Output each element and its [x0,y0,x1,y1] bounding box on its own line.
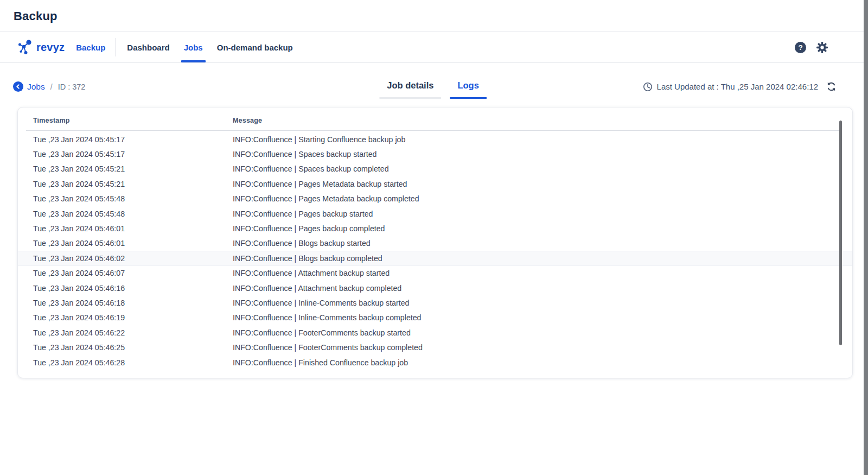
refresh-icon[interactable] [826,81,837,92]
message-cell: INFO:Confluence | Inline-Comments backup… [233,299,837,307]
brand-logo[interactable]: revyz [18,39,65,55]
log-rows: Tue ,23 Jan 2024 05:45:17 INFO:Confluenc… [18,131,852,370]
table-row: Tue ,23 Jan 2024 05:45:48 INFO:Confluenc… [18,206,852,221]
last-updated-text: Last Updated at : Thu ,25 Jan 2024 02:46… [657,82,818,91]
page-title: Backup [0,0,868,31]
timestamp-cell: Tue ,23 Jan 2024 05:46:22 [33,328,233,337]
revyz-molecule-icon [18,39,33,55]
navbar: revyz Backup Dashboard Jobs On-demand ba… [0,32,868,62]
message-cell: INFO:Confluence | Pages Metadata backup … [233,194,837,203]
table-header: Timestamp Message [18,107,852,130]
timestamp-cell: Tue ,23 Jan 2024 05:46:18 [33,299,233,307]
logs-card: Timestamp Message Tue ,23 Jan 2024 05:45… [17,107,853,378]
chevron-left-icon [15,84,21,90]
timestamp-cell: Tue ,23 Jan 2024 05:46:25 [33,343,233,352]
nav-item-dashboard[interactable]: Dashboard [125,32,171,62]
breadcrumb-jobs-link[interactable]: Jobs [27,82,45,92]
table-row: Tue ,23 Jan 2024 05:46:18 INFO:Confluenc… [18,295,852,310]
message-cell: INFO:Confluence | Pages backup completed [233,224,837,233]
table-row: Tue ,23 Jan 2024 05:45:48 INFO:Confluenc… [18,192,852,206]
message-cell: INFO:Confluence | Attachment backup comp… [233,284,837,293]
table-row: Tue ,23 Jan 2024 05:46:16 INFO:Confluenc… [18,281,852,295]
timestamp-cell: Tue ,23 Jan 2024 05:46:01 [33,239,233,248]
table-row: Tue ,23 Jan 2024 05:45:21 INFO:Confluenc… [18,162,852,176]
timestamp-cell: Tue ,23 Jan 2024 05:46:19 [33,313,233,322]
breadcrumb-separator: / [50,83,53,91]
table-row: Tue ,23 Jan 2024 05:46:01 INFO:Confluenc… [18,236,852,251]
timestamp-cell: Tue ,23 Jan 2024 05:46:02 [33,254,233,263]
timestamp-cell: Tue ,23 Jan 2024 05:45:48 [33,210,233,218]
message-cell: INFO:Confluence | Inline-Comments backup… [233,313,837,322]
message-cell: INFO:Confluence | Spaces backup started [233,150,837,159]
table-row: Tue ,23 Jan 2024 05:45:21 INFO:Confluenc… [18,176,852,191]
message-cell: INFO:Confluence | Pages backup started [233,210,837,218]
message-cell: INFO:Confluence | Blogs backup completed [233,254,837,263]
page-scrollbar[interactable] [864,0,868,475]
nav-separator [116,38,116,56]
message-cell: INFO:Confluence | Pages Metadata backup … [233,180,837,188]
tab-logs[interactable]: Logs [450,75,486,98]
timestamp-cell: Tue ,23 Jan 2024 05:46:16 [33,284,233,293]
nav-item-jobs[interactable]: Jobs [182,32,205,62]
timestamp-cell: Tue ,23 Jan 2024 05:46:07 [33,269,233,277]
message-cell: INFO:Confluence | Starting Confluence ba… [233,135,837,144]
nav-item-on-demand-backup[interactable]: On-demand backup [215,32,295,62]
table-row: Tue ,23 Jan 2024 05:46:07 INFO:Confluenc… [18,266,852,281]
breadcrumb: Jobs / ID : 372 [13,81,85,92]
brand-name: revyz [36,41,65,54]
nav-icons: ? [795,42,828,53]
timestamp-cell: Tue ,23 Jan 2024 05:45:48 [33,194,233,203]
table-row: Tue ,23 Jan 2024 05:46:02 INFO:Confluenc… [18,251,852,265]
table-row: Tue ,23 Jan 2024 05:46:22 INFO:Confluenc… [18,325,852,340]
message-cell: INFO:Confluence | Spaces backup complete… [233,164,837,173]
table-row: Tue ,23 Jan 2024 05:46:25 INFO:Confluenc… [18,340,852,354]
message-cell: INFO:Confluence | FooterComments backup … [233,328,837,337]
timestamp-cell: Tue ,23 Jan 2024 05:45:21 [33,164,233,173]
gear-icon[interactable] [816,42,828,53]
table-row: Tue ,23 Jan 2024 05:45:17 INFO:Confluenc… [18,132,852,147]
table-row: Tue ,23 Jan 2024 05:46:01 INFO:Confluenc… [18,221,852,236]
last-updated: Last Updated at : Thu ,25 Jan 2024 02:46… [643,81,837,92]
message-cell: INFO:Confluence | Blogs backup started [233,239,837,248]
timestamp-cell: Tue ,23 Jan 2024 05:45:21 [33,180,233,188]
timestamp-cell: Tue ,23 Jan 2024 05:46:01 [33,224,233,233]
breadcrumb-current-id: ID : 372 [58,83,86,91]
help-icon[interactable]: ? [795,42,806,53]
page: Backup [0,0,868,475]
message-cell: INFO:Confluence | FooterComments backup … [233,343,837,352]
message-cell: INFO:Confluence | Finished Confluence ba… [233,358,837,367]
timestamp-cell: Tue ,23 Jan 2024 05:45:17 [33,150,233,159]
card-scrollbar-thumb[interactable] [839,121,842,345]
table-row: Tue ,23 Jan 2024 05:46:28 INFO:Confluenc… [18,355,852,370]
nav-item-backup[interactable]: Backup [76,43,105,52]
timestamp-cell: Tue ,23 Jan 2024 05:45:17 [33,135,233,144]
toolbar: Jobs / ID : 372 Job details Logs Last Up… [0,63,868,107]
column-header-timestamp: Timestamp [33,117,233,124]
tab-job-details[interactable]: Job details [379,75,441,98]
timestamp-cell: Tue ,23 Jan 2024 05:46:28 [33,358,233,367]
table-row: Tue ,23 Jan 2024 05:45:17 INFO:Confluenc… [18,147,852,161]
tabs: Job details Logs [379,75,487,98]
table-row: Tue ,23 Jan 2024 05:46:19 INFO:Confluenc… [18,311,852,325]
back-button[interactable] [13,81,23,92]
clock-icon [643,82,653,92]
column-header-message: Message [233,117,837,124]
message-cell: INFO:Confluence | Attachment backup star… [233,269,837,277]
